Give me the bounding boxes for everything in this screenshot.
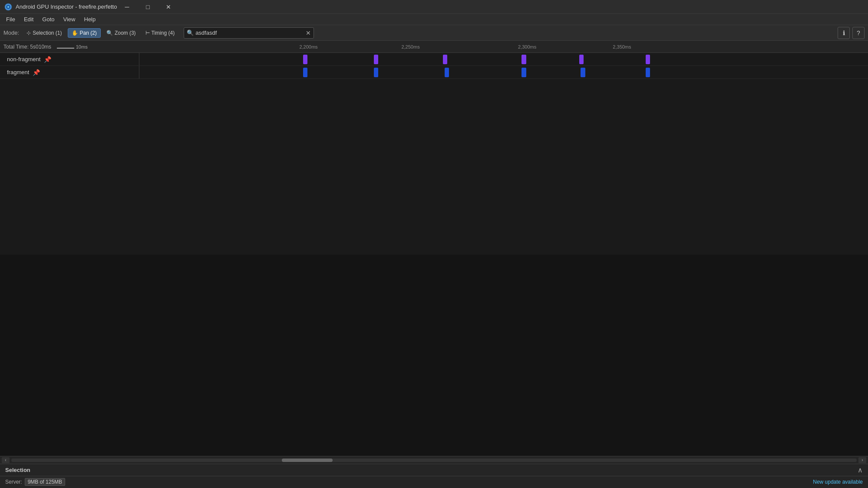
time-tick: 2,300ms [518, 44, 536, 49]
track-label: non-fragment📌 [0, 56, 139, 63]
svg-point-2 [7, 6, 9, 8]
time-header: Total Time: 5s010ms 10ms 2,200ms2,250ms2… [0, 41, 868, 53]
track-content [139, 53, 868, 66]
update-link[interactable]: New update available [813, 479, 863, 485]
search-clear-button[interactable]: ✕ [306, 29, 311, 36]
search-icon: 🔍 [187, 29, 194, 36]
timeline-block[interactable] [581, 68, 585, 77]
time-tick: 2,200ms [299, 44, 317, 49]
mode-label: Mode: [3, 29, 19, 36]
minimize-button[interactable]: ─ [117, 0, 137, 14]
mode-zoom-label: Zoom (3) [115, 30, 136, 36]
pan-icon: ✋ [72, 30, 78, 36]
scroll-track[interactable] [11, 459, 857, 462]
track-row[interactable]: non-fragment📌 [0, 53, 868, 66]
selection-collapse-button[interactable]: ∧ [858, 466, 863, 474]
empty-timeline-area [0, 255, 868, 456]
track-content [139, 66, 868, 79]
timeline-block[interactable] [445, 68, 449, 77]
toolbar: Mode: ⊹ Selection (1) ✋ Pan (2) 🔍 Zoom (… [0, 25, 868, 41]
menu-edit[interactable]: Edit [20, 15, 38, 24]
timing-icon: ⊢ [145, 30, 150, 36]
mode-selection-button[interactable]: ⊹ Selection (1) [23, 28, 66, 38]
menu-bar: File Edit Goto View Help [0, 14, 868, 25]
scroll-left-button[interactable]: ‹ [2, 457, 10, 463]
server-info: Server: 9MB of 125MB [5, 478, 65, 486]
track-name: non-fragment [7, 56, 40, 62]
menu-help[interactable]: Help [80, 15, 100, 24]
timeline-block[interactable] [303, 68, 307, 77]
time-tick: 2,350ms [613, 44, 631, 49]
timeline-block[interactable] [521, 55, 526, 64]
search-wrapper: 🔍 ✕ [184, 27, 314, 39]
timeline-block[interactable] [374, 68, 378, 77]
timeline-area: Total Time: 5s010ms 10ms 2,200ms2,250ms2… [0, 41, 868, 456]
close-button[interactable]: ✕ [158, 0, 178, 14]
scroll-right-button[interactable]: › [858, 457, 866, 463]
bottom-status: Server: 9MB of 125MB New update availabl… [0, 476, 868, 488]
help-button[interactable]: ? [852, 27, 865, 39]
bottom-panel: Selection ∧ Server: 9MB of 125MB New upd… [0, 464, 868, 488]
menu-file[interactable]: File [2, 15, 20, 24]
title-bar: Android GPU Inspector - freefire.perfett… [0, 0, 868, 14]
horizontal-scrollbar: ‹ › [0, 456, 868, 464]
app-icon [4, 3, 12, 11]
timeline-block[interactable] [443, 55, 447, 64]
mode-timing-label: Timing (4) [152, 30, 175, 36]
timeline-block[interactable] [521, 68, 526, 77]
scroll-thumb[interactable] [282, 459, 333, 462]
info-button[interactable]: ℹ [838, 27, 850, 39]
track-row[interactable]: fragment📌 [0, 66, 868, 79]
menu-view[interactable]: View [59, 15, 80, 24]
mode-zoom-button[interactable]: 🔍 Zoom (3) [102, 28, 140, 38]
timeline-block[interactable] [579, 55, 584, 64]
time-tick: 2,250ms [401, 44, 419, 49]
maximize-button[interactable]: □ [138, 0, 158, 14]
total-time: Total Time: 5s010ms 10ms [0, 44, 139, 50]
timeline-block[interactable] [646, 55, 650, 64]
tracks-container: non-fragment📌fragment📌 [0, 53, 868, 255]
window-controls: ─ □ ✕ [117, 0, 178, 14]
toolbar-right: ℹ ? [838, 27, 865, 39]
timeline-block[interactable] [646, 68, 650, 77]
mode-pan-button[interactable]: ✋ Pan (2) [68, 28, 101, 38]
time-scale-label: 10ms [76, 44, 88, 49]
mode-timing-button[interactable]: ⊢ Timing (4) [142, 28, 179, 38]
title-bar-text: Android GPU Inspector - freefire.perfett… [16, 3, 117, 10]
mode-pan-label: Pan (2) [80, 30, 97, 36]
time-scale-line [57, 48, 74, 49]
server-label: Server: [5, 479, 22, 485]
menu-goto[interactable]: Goto [38, 15, 59, 24]
search-input[interactable] [195, 29, 306, 36]
selection-icon: ⊹ [26, 30, 31, 36]
zoom-icon: 🔍 [106, 30, 113, 36]
mode-selection-label: Selection (1) [33, 30, 62, 36]
selection-header: Selection ∧ [0, 464, 868, 476]
timeline-block[interactable] [374, 55, 378, 64]
track-label: fragment📌 [0, 69, 139, 76]
track-name: fragment [7, 69, 29, 75]
pin-icon[interactable]: 📌 [44, 56, 51, 63]
timeline-block[interactable] [303, 55, 307, 64]
pin-icon[interactable]: 📌 [33, 69, 40, 76]
selection-title: Selection [5, 467, 30, 473]
server-value: 9MB of 125MB [25, 478, 65, 486]
